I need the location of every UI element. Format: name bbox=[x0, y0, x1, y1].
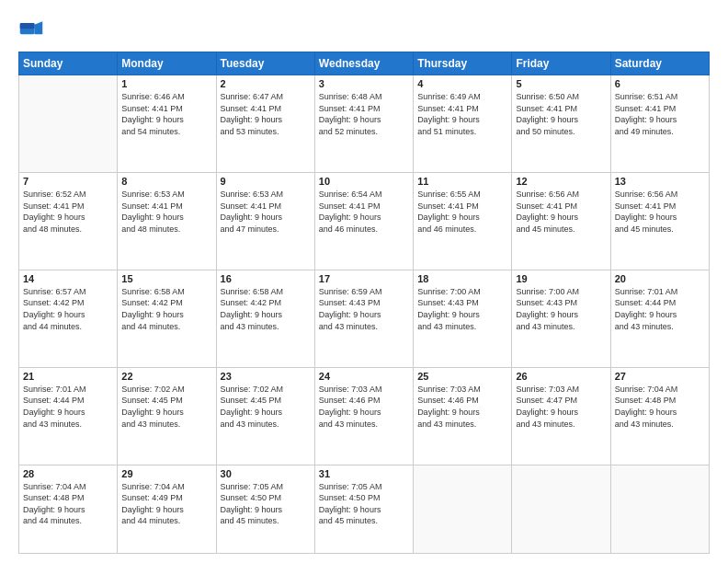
calendar-table: SundayMondayTuesdayWednesdayThursdayFrid… bbox=[18, 52, 710, 554]
day-number: 13 bbox=[615, 176, 705, 187]
day-cell: 29Sunrise: 7:04 AM Sunset: 4:49 PM Dayli… bbox=[118, 465, 216, 553]
day-info: Sunrise: 6:56 AM Sunset: 4:41 PM Dayligh… bbox=[516, 189, 606, 235]
day-cell: 14Sunrise: 6:57 AM Sunset: 4:42 PM Dayli… bbox=[19, 270, 118, 367]
page: SundayMondayTuesdayWednesdayThursdayFrid… bbox=[0, 0, 728, 563]
day-info: Sunrise: 6:48 AM Sunset: 4:41 PM Dayligh… bbox=[319, 91, 409, 137]
day-number: 7 bbox=[23, 176, 113, 187]
weekday-header-friday: Friday bbox=[512, 52, 610, 75]
day-cell: 20Sunrise: 7:01 AM Sunset: 4:44 PM Dayli… bbox=[610, 270, 709, 367]
day-info: Sunrise: 6:52 AM Sunset: 4:41 PM Dayligh… bbox=[23, 189, 113, 235]
day-cell: 25Sunrise: 7:03 AM Sunset: 4:46 PM Dayli… bbox=[414, 367, 512, 465]
day-cell: 27Sunrise: 7:04 AM Sunset: 4:48 PM Dayli… bbox=[610, 367, 709, 465]
day-info: Sunrise: 7:03 AM Sunset: 4:47 PM Dayligh… bbox=[516, 384, 606, 430]
weekday-header-sunday: Sunday bbox=[19, 52, 118, 75]
header bbox=[18, 17, 710, 42]
day-cell: 15Sunrise: 6:58 AM Sunset: 4:42 PM Dayli… bbox=[118, 270, 216, 367]
day-info: Sunrise: 7:00 AM Sunset: 4:43 PM Dayligh… bbox=[516, 286, 606, 332]
day-cell bbox=[512, 465, 610, 553]
day-info: Sunrise: 6:53 AM Sunset: 4:41 PM Dayligh… bbox=[121, 189, 211, 235]
day-number: 14 bbox=[23, 273, 113, 284]
day-cell: 4Sunrise: 6:49 AM Sunset: 4:41 PM Daylig… bbox=[414, 75, 512, 173]
day-number: 15 bbox=[121, 273, 211, 284]
day-cell: 23Sunrise: 7:02 AM Sunset: 4:45 PM Dayli… bbox=[216, 367, 314, 465]
day-info: Sunrise: 6:59 AM Sunset: 4:43 PM Dayligh… bbox=[319, 286, 409, 332]
day-info: Sunrise: 6:53 AM Sunset: 4:41 PM Dayligh… bbox=[221, 189, 311, 235]
weekday-header-row: SundayMondayTuesdayWednesdayThursdayFrid… bbox=[19, 52, 710, 75]
day-cell: 22Sunrise: 7:02 AM Sunset: 4:45 PM Dayli… bbox=[118, 367, 216, 465]
day-cell: 19Sunrise: 7:00 AM Sunset: 4:43 PM Dayli… bbox=[512, 270, 610, 367]
day-cell: 11Sunrise: 6:55 AM Sunset: 4:41 PM Dayli… bbox=[414, 172, 512, 270]
day-cell: 2Sunrise: 6:47 AM Sunset: 4:41 PM Daylig… bbox=[216, 75, 314, 173]
day-cell: 21Sunrise: 7:01 AM Sunset: 4:44 PM Dayli… bbox=[19, 367, 118, 465]
day-info: Sunrise: 6:58 AM Sunset: 4:42 PM Dayligh… bbox=[221, 286, 311, 332]
day-number: 5 bbox=[516, 78, 606, 89]
logo bbox=[18, 17, 48, 42]
day-info: Sunrise: 6:58 AM Sunset: 4:42 PM Dayligh… bbox=[121, 286, 211, 332]
day-number: 1 bbox=[121, 78, 211, 89]
day-number: 9 bbox=[221, 176, 311, 187]
day-cell: 16Sunrise: 6:58 AM Sunset: 4:42 PM Dayli… bbox=[216, 270, 314, 367]
day-info: Sunrise: 6:57 AM Sunset: 4:42 PM Dayligh… bbox=[23, 286, 113, 332]
day-number: 26 bbox=[516, 371, 606, 382]
day-cell bbox=[414, 465, 512, 553]
svg-marker-1 bbox=[35, 21, 43, 34]
week-row-2: 7Sunrise: 6:52 AM Sunset: 4:41 PM Daylig… bbox=[19, 172, 710, 270]
day-cell: 9Sunrise: 6:53 AM Sunset: 4:41 PM Daylig… bbox=[216, 172, 314, 270]
day-info: Sunrise: 7:05 AM Sunset: 4:50 PM Dayligh… bbox=[319, 481, 409, 527]
day-cell: 28Sunrise: 7:04 AM Sunset: 4:48 PM Dayli… bbox=[19, 465, 118, 553]
day-info: Sunrise: 6:56 AM Sunset: 4:41 PM Dayligh… bbox=[615, 189, 705, 235]
day-info: Sunrise: 7:03 AM Sunset: 4:46 PM Dayligh… bbox=[417, 384, 507, 430]
day-info: Sunrise: 7:04 AM Sunset: 4:49 PM Dayligh… bbox=[121, 481, 211, 527]
week-row-5: 28Sunrise: 7:04 AM Sunset: 4:48 PM Dayli… bbox=[19, 465, 710, 553]
day-number: 4 bbox=[417, 78, 507, 89]
day-info: Sunrise: 6:55 AM Sunset: 4:41 PM Dayligh… bbox=[417, 189, 507, 235]
day-info: Sunrise: 6:51 AM Sunset: 4:41 PM Dayligh… bbox=[615, 91, 705, 137]
day-number: 27 bbox=[615, 371, 705, 382]
day-number: 23 bbox=[221, 371, 311, 382]
svg-rect-2 bbox=[20, 23, 35, 29]
day-cell: 8Sunrise: 6:53 AM Sunset: 4:41 PM Daylig… bbox=[118, 172, 216, 270]
day-cell: 18Sunrise: 7:00 AM Sunset: 4:43 PM Dayli… bbox=[414, 270, 512, 367]
day-cell: 5Sunrise: 6:50 AM Sunset: 4:41 PM Daylig… bbox=[512, 75, 610, 173]
week-row-3: 14Sunrise: 6:57 AM Sunset: 4:42 PM Dayli… bbox=[19, 270, 710, 367]
day-number: 21 bbox=[23, 371, 113, 382]
day-cell: 1Sunrise: 6:46 AM Sunset: 4:41 PM Daylig… bbox=[118, 75, 216, 173]
weekday-header-monday: Monday bbox=[118, 52, 216, 75]
day-cell: 7Sunrise: 6:52 AM Sunset: 4:41 PM Daylig… bbox=[19, 172, 118, 270]
day-info: Sunrise: 6:49 AM Sunset: 4:41 PM Dayligh… bbox=[417, 91, 507, 137]
day-number: 24 bbox=[319, 371, 409, 382]
weekday-header-saturday: Saturday bbox=[610, 52, 709, 75]
day-cell: 6Sunrise: 6:51 AM Sunset: 4:41 PM Daylig… bbox=[610, 75, 709, 173]
day-number: 10 bbox=[319, 176, 409, 187]
day-cell: 31Sunrise: 7:05 AM Sunset: 4:50 PM Dayli… bbox=[314, 465, 413, 553]
day-info: Sunrise: 7:01 AM Sunset: 4:44 PM Dayligh… bbox=[23, 384, 113, 430]
day-cell: 17Sunrise: 6:59 AM Sunset: 4:43 PM Dayli… bbox=[314, 270, 413, 367]
day-info: Sunrise: 6:54 AM Sunset: 4:41 PM Dayligh… bbox=[319, 189, 409, 235]
day-number: 6 bbox=[615, 78, 705, 89]
day-cell: 3Sunrise: 6:48 AM Sunset: 4:41 PM Daylig… bbox=[314, 75, 413, 173]
day-number: 16 bbox=[221, 273, 311, 284]
day-number: 22 bbox=[121, 371, 211, 382]
day-number: 31 bbox=[319, 468, 409, 479]
day-number: 20 bbox=[615, 273, 705, 284]
day-number: 8 bbox=[121, 176, 211, 187]
day-info: Sunrise: 7:02 AM Sunset: 4:45 PM Dayligh… bbox=[121, 384, 211, 430]
day-number: 17 bbox=[319, 273, 409, 284]
weekday-header-wednesday: Wednesday bbox=[314, 52, 413, 75]
day-cell: 26Sunrise: 7:03 AM Sunset: 4:47 PM Dayli… bbox=[512, 367, 610, 465]
day-number: 25 bbox=[417, 371, 507, 382]
day-info: Sunrise: 7:01 AM Sunset: 4:44 PM Dayligh… bbox=[615, 286, 705, 332]
week-row-1: 1Sunrise: 6:46 AM Sunset: 4:41 PM Daylig… bbox=[19, 75, 710, 173]
day-cell: 13Sunrise: 6:56 AM Sunset: 4:41 PM Dayli… bbox=[610, 172, 709, 270]
day-cell bbox=[19, 75, 118, 173]
day-cell: 12Sunrise: 6:56 AM Sunset: 4:41 PM Dayli… bbox=[512, 172, 610, 270]
day-cell bbox=[610, 465, 709, 553]
day-info: Sunrise: 7:04 AM Sunset: 4:48 PM Dayligh… bbox=[23, 481, 113, 527]
day-number: 19 bbox=[516, 273, 606, 284]
day-info: Sunrise: 6:50 AM Sunset: 4:41 PM Dayligh… bbox=[516, 91, 606, 137]
day-info: Sunrise: 7:02 AM Sunset: 4:45 PM Dayligh… bbox=[221, 384, 311, 430]
day-info: Sunrise: 6:46 AM Sunset: 4:41 PM Dayligh… bbox=[121, 91, 211, 137]
day-number: 3 bbox=[319, 78, 409, 89]
day-info: Sunrise: 7:00 AM Sunset: 4:43 PM Dayligh… bbox=[417, 286, 507, 332]
day-number: 28 bbox=[23, 468, 113, 479]
